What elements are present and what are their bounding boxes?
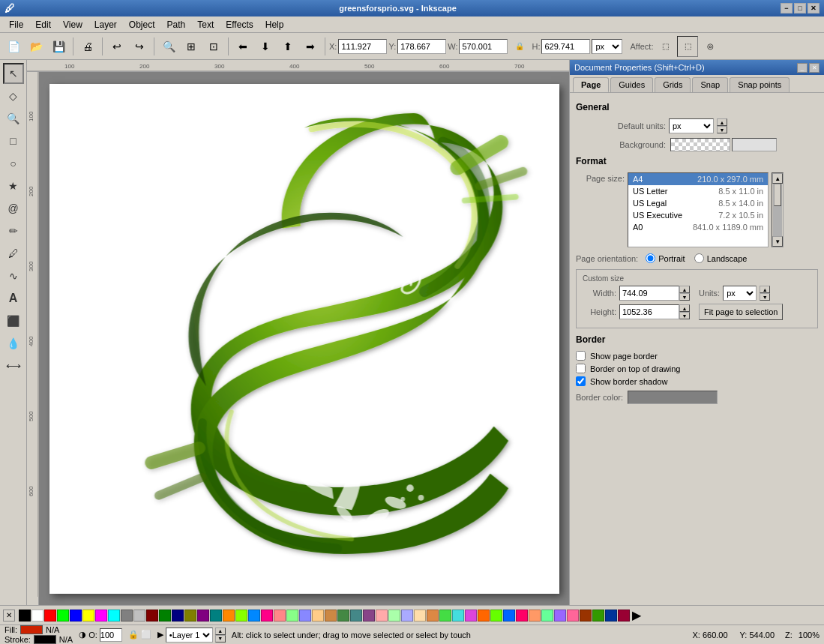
palette-scroll-right[interactable]: ▶ — [632, 608, 641, 622]
gradient-tool[interactable]: ⬛ — [3, 310, 24, 331]
scroll-down-button[interactable]: ▼ — [772, 236, 783, 247]
eyedropper-tool[interactable]: 💧 — [3, 333, 24, 354]
custom-units-select[interactable]: px mm in — [723, 286, 757, 301]
height-spin-down[interactable]: ▼ — [679, 312, 690, 319]
palette-color-008000[interactable] — [159, 610, 171, 622]
save-button[interactable]: 💾 — [48, 36, 69, 57]
scroll-up-button[interactable]: ▲ — [772, 173, 783, 184]
palette-color-800080[interactable] — [197, 610, 209, 622]
tab-snap[interactable]: Snap — [692, 77, 728, 92]
zoom-in-button[interactable]: 🔍 — [158, 36, 179, 57]
align-down-button[interactable]: ⬇ — [255, 36, 276, 57]
landscape-option[interactable]: Landscape — [694, 253, 748, 263]
affect-btn-3[interactable]: ◎ — [700, 36, 721, 57]
height-spin-up[interactable]: ▲ — [679, 304, 690, 312]
menu-file[interactable]: File — [3, 18, 29, 31]
pen-tool[interactable]: 🖊 — [3, 243, 24, 264]
units-select[interactable]: px mm in — [592, 39, 622, 54]
scrollbar-thumb[interactable] — [774, 184, 781, 206]
undo-button[interactable]: ↩ — [106, 36, 127, 57]
x-input[interactable] — [338, 39, 387, 54]
connector-tool[interactable]: ⟷ — [3, 355, 24, 376]
align-left-button[interactable]: ⬅ — [232, 36, 253, 57]
height-input[interactable] — [619, 304, 679, 319]
palette-color-8888ff[interactable] — [299, 610, 311, 622]
palette-color-448888[interactable] — [350, 610, 362, 622]
palette-color-dd44dd[interactable] — [465, 610, 477, 622]
show-page-border-label[interactable]: Show page border — [590, 352, 658, 361]
width-spin-down[interactable]: ▼ — [679, 293, 690, 301]
palette-color-00ffff[interactable] — [108, 610, 120, 622]
units-spin-up[interactable]: ▲ — [717, 118, 727, 126]
fit-page-button[interactable]: Fit page to selection — [699, 304, 783, 320]
palette-color-00ff00[interactable] — [57, 610, 69, 622]
text-tool[interactable]: A — [3, 288, 24, 309]
affect-btn-1[interactable]: ⬚ — [655, 36, 676, 57]
units-spin-down[interactable]: ▼ — [717, 126, 727, 133]
palette-color-ff00ff[interactable] — [95, 610, 107, 622]
palette-color-ffff00[interactable] — [82, 610, 94, 622]
width-input[interactable] — [619, 286, 679, 301]
affect-btn-2[interactable]: ⬚ — [677, 36, 698, 57]
palette-color-44dd44[interactable] — [439, 610, 451, 622]
format-item-us-letter[interactable]: US Letter 8.5 x 11.0 in — [628, 185, 768, 197]
calligraphy-tool[interactable]: ∿ — [3, 265, 24, 286]
border-on-top-label[interactable]: Border on top of drawing — [590, 364, 680, 373]
star-tool[interactable]: ★ — [3, 175, 24, 196]
palette-color-dd8844[interactable] — [427, 610, 439, 622]
palette-color-0000ff[interactable] — [70, 610, 82, 622]
panel-minimize-button[interactable]: _ — [797, 63, 808, 73]
palette-color-000080[interactable] — [172, 610, 184, 622]
palette-color-990033[interactable] — [618, 610, 630, 622]
scrollbar-track[interactable] — [773, 184, 782, 236]
align-up-button[interactable]: ⬆ — [277, 36, 298, 57]
maximize-button[interactable]: □ — [794, 3, 806, 13]
palette-color-66ff00[interactable] — [490, 610, 502, 622]
remove-color-button[interactable]: ✕ — [3, 610, 15, 622]
palette-color-993300[interactable] — [580, 610, 592, 622]
menu-edit[interactable]: Edit — [29, 18, 57, 31]
tab-grids[interactable]: Grids — [655, 77, 691, 92]
custom-units-spin-down[interactable]: ▼ — [760, 293, 770, 301]
palette-color-808080[interactable] — [121, 610, 133, 622]
print-button[interactable]: 🖨 — [77, 36, 98, 57]
palette-color-800000[interactable] — [146, 610, 158, 622]
palette-color-003399[interactable] — [605, 610, 617, 622]
default-units-select[interactable]: px mm in — [669, 118, 714, 133]
width-spin-up[interactable]: ▲ — [679, 286, 690, 293]
format-item-a0[interactable]: A0 841.0 x 1189.0 mm — [628, 221, 768, 233]
menu-object[interactable]: Object — [123, 18, 161, 31]
palette-color-ff8888[interactable] — [274, 610, 286, 622]
palette-color-aaaaff[interactable] — [401, 610, 413, 622]
format-item-a4[interactable]: A4 210.0 x 297.0 mm — [628, 173, 768, 185]
menu-help[interactable]: Help — [259, 18, 290, 31]
palette-color-ff9966[interactable] — [529, 610, 541, 622]
zoom-fit-button[interactable]: ⊞ — [181, 36, 202, 57]
palette-color-ff6699[interactable] — [567, 610, 579, 622]
palette-color-88ff88[interactable] — [286, 610, 298, 622]
palette-color-ff6600[interactable] — [478, 610, 490, 622]
palette-color-ffaaaa[interactable] — [376, 610, 388, 622]
show-border-shadow-checkbox[interactable] — [576, 376, 586, 386]
menu-path[interactable]: Path — [161, 18, 192, 31]
ellipse-tool[interactable]: ○ — [3, 153, 24, 174]
show-page-border-checkbox[interactable] — [576, 351, 586, 361]
pencil-tool[interactable]: ✏ — [3, 220, 24, 241]
tab-page[interactable]: Page — [573, 77, 609, 92]
fill-swatch[interactable] — [20, 625, 43, 634]
palette-color-88ff00[interactable] — [235, 610, 247, 622]
opacity-input[interactable] — [100, 628, 122, 642]
stroke-swatch[interactable] — [34, 635, 56, 644]
layer-spin-up[interactable]: ▲ — [215, 628, 226, 635]
minimize-button[interactable]: − — [781, 3, 793, 13]
palette-color-aaffaa[interactable] — [388, 610, 400, 622]
palette-color-cc8844[interactable] — [325, 610, 337, 622]
portrait-radio[interactable] — [646, 253, 655, 263]
palette-color-ff0088[interactable] — [261, 610, 273, 622]
w-input[interactable] — [459, 39, 508, 54]
h-input[interactable] — [541, 39, 590, 54]
select-tool[interactable]: ↖ — [3, 63, 24, 84]
layer-select[interactable]: •Layer 1 — [166, 628, 213, 643]
canvas-content[interactable] — [39, 72, 569, 605]
custom-units-spin-up[interactable]: ▲ — [760, 286, 770, 293]
